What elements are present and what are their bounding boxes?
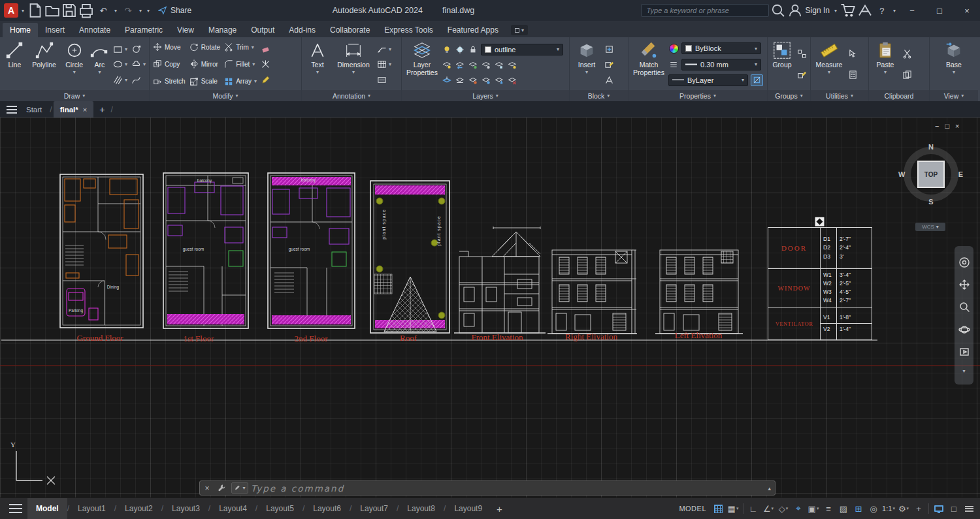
model-space-label[interactable]: MODEL	[679, 505, 706, 512]
block-insertion-marker[interactable]	[815, 217, 825, 227]
stretch-button[interactable]: Stretch	[152, 73, 187, 90]
insert-button[interactable]: Insert ▾	[572, 39, 602, 90]
layer-match-icon[interactable]	[442, 61, 452, 71]
transparency-toggle-button[interactable]	[751, 74, 763, 86]
array-button[interactable]: Array▾	[223, 73, 258, 90]
object-color-select[interactable]: ByBlock ▾	[681, 42, 761, 54]
dimension-button[interactable]: Dimension ▾	[333, 39, 374, 90]
layer-select[interactable]: outline ▾	[481, 44, 563, 55]
layer-isolate-icon[interactable]	[468, 61, 478, 71]
polar-tracking-toggle[interactable]: ∠▾	[761, 501, 776, 516]
viewport-close-icon[interactable]: ×	[955, 122, 959, 130]
tab-output[interactable]: Output	[244, 23, 282, 37]
ellipse-tool-button[interactable]: ▾	[112, 59, 129, 69]
tab-model[interactable]: Model	[27, 498, 67, 519]
tab-layout6[interactable]: Layout6	[304, 498, 350, 519]
tab-home[interactable]: Home	[3, 23, 38, 37]
object-snap-toggle[interactable]: ▣▾	[806, 501, 821, 516]
quick-calc-tool-button[interactable]	[847, 70, 859, 80]
panel-block-label[interactable]: Block▾	[570, 90, 628, 101]
tab-layout7[interactable]: Layout7	[351, 498, 397, 519]
quick-select-tool-button[interactable]	[847, 49, 859, 59]
help-icon[interactable]: ?	[874, 3, 890, 18]
arc-button[interactable]: Arc ▾	[89, 39, 110, 90]
make-current-icon[interactable]	[442, 75, 452, 85]
autodesk-account-icon[interactable]	[857, 3, 873, 18]
table-tool-button[interactable]: ▾	[376, 59, 393, 69]
viewcube-south[interactable]: S	[928, 198, 933, 206]
viewcube-north[interactable]: N	[928, 143, 934, 151]
snap-toggle[interactable]: ▦▾	[726, 501, 740, 516]
command-close-icon[interactable]: ×	[200, 484, 214, 493]
undo-caret-icon[interactable]: ▾	[112, 8, 119, 14]
selection-cycling-toggle[interactable]: ⊞	[851, 501, 866, 516]
open-folder-icon[interactable]	[44, 3, 60, 18]
transparency-toggle[interactable]: ▨	[836, 501, 851, 516]
wcs-button[interactable]: WCS ▾	[915, 223, 945, 231]
panel-groups-label[interactable]: Groups▾	[768, 90, 810, 101]
autocad-logo[interactable]: A	[4, 3, 18, 18]
text-button[interactable]: Text ▾	[304, 39, 331, 90]
drawing-canvas[interactable]: Ground Floor 1st Floor 2nd Floor Roof Fr…	[0, 118, 980, 497]
tab-annotate[interactable]: Annotate	[72, 23, 118, 37]
ortho-toggle[interactable]: ∟	[746, 501, 760, 516]
ribbon-options-button[interactable]: ▾	[511, 25, 528, 35]
spline-tool-button[interactable]	[130, 75, 147, 85]
navbar-caret-icon[interactable]: ▾	[962, 368, 965, 374]
list-icon[interactable]	[668, 59, 679, 69]
tab-featured-apps[interactable]: Featured Apps	[440, 23, 506, 37]
group-edit-tool-button[interactable]	[796, 70, 808, 80]
layer-off-icon[interactable]	[442, 44, 452, 54]
edit-polyline-tool-button[interactable]	[259, 75, 272, 85]
panel-draw-label[interactable]: Draw▾	[0, 90, 149, 101]
new-file-icon[interactable]	[27, 3, 43, 18]
panel-view-label[interactable]: View▾	[930, 90, 978, 101]
layer-thaw-icon[interactable]	[468, 75, 478, 85]
help-caret-icon[interactable]: ▾	[891, 8, 898, 14]
sign-in-caret-icon[interactable]: ▾	[832, 8, 839, 14]
maximize-button[interactable]: □	[926, 0, 953, 21]
save-icon[interactable]	[61, 3, 77, 18]
layer-lock-icon[interactable]	[468, 44, 478, 54]
line-button[interactable]: Line	[2, 39, 27, 90]
plan-second-floor[interactable]	[268, 173, 355, 328]
tab-manage[interactable]: Manage	[201, 23, 244, 37]
tab-layout2[interactable]: Layout2	[116, 498, 161, 519]
redo-caret-icon[interactable]: ▾	[137, 8, 144, 14]
annotation-monitor-toggle[interactable]: +	[911, 501, 926, 516]
tab-insert[interactable]: Insert	[38, 23, 72, 37]
layer-unisolate-icon[interactable]	[481, 61, 491, 71]
copy-clip-tool-button[interactable]	[901, 70, 913, 80]
layer-freeze-icon[interactable]	[455, 44, 465, 54]
layer-delete-icon[interactable]	[507, 75, 517, 85]
linetype-select[interactable]: ByLayer ▾	[668, 74, 748, 86]
search-icon[interactable]	[770, 3, 786, 18]
layout-menu-icon[interactable]	[9, 504, 22, 513]
front-elevation[interactable]	[454, 227, 546, 333]
share-button[interactable]: Share	[153, 6, 197, 15]
copy-button[interactable]: Copy	[152, 55, 187, 72]
tab-layout4[interactable]: Layout4	[210, 498, 255, 519]
tab-parametric[interactable]: Parametric	[118, 23, 170, 37]
scale-button[interactable]: Scale	[188, 73, 221, 90]
plan-roof[interactable]	[370, 181, 449, 333]
layer-on-icon[interactable]	[481, 75, 491, 85]
tab-addins[interactable]: Add-ins	[282, 23, 323, 37]
layer-prev-icon[interactable]	[455, 61, 465, 71]
right-elevation[interactable]	[547, 250, 637, 334]
tab-collaborate[interactable]: Collaborate	[323, 23, 377, 37]
viewcube-top-face[interactable]: TOP	[917, 161, 945, 188]
circle-3pt-tool-button[interactable]	[130, 44, 147, 54]
panel-clipboard-label[interactable]: Clipboard	[869, 90, 929, 101]
panel-annotation-label[interactable]: Annotation▾	[302, 90, 401, 101]
layer-off-tool-icon[interactable]	[507, 61, 517, 71]
redo-icon[interactable]: ↷	[120, 3, 136, 18]
explode-tool-button[interactable]	[259, 59, 272, 69]
viewport-restore-icon[interactable]: □	[945, 122, 949, 130]
mirror-button[interactable]: Mirror	[188, 55, 221, 72]
schedule-table[interactable]: DOOR D12'-7" D22'-4" D33' WINDOW W13'-4"…	[768, 227, 872, 340]
layer-freeze-tool-icon[interactable]	[494, 61, 504, 71]
layer-properties-button[interactable]: Layer Properties	[404, 39, 440, 90]
layer-merge-icon[interactable]	[494, 75, 504, 85]
viewcube[interactable]: N S W E TOP	[900, 144, 962, 205]
